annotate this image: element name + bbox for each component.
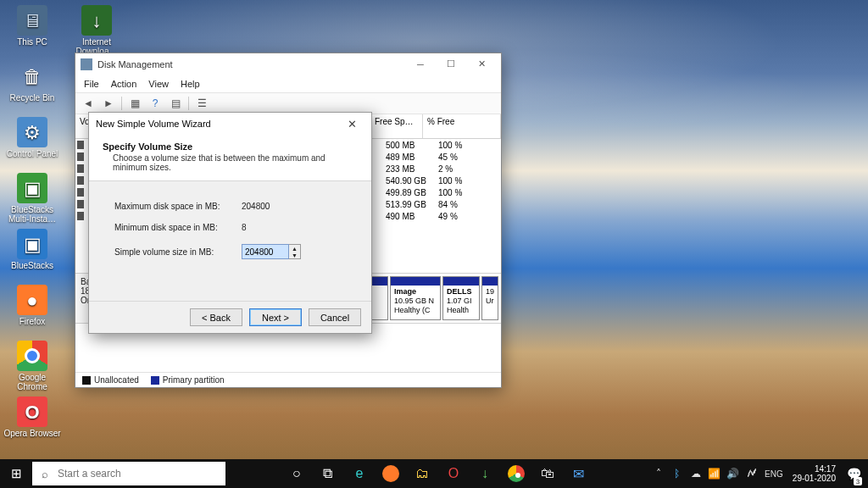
search-icon: ⌕ xyxy=(32,468,58,480)
firefox-taskbar-icon[interactable] xyxy=(376,459,406,488)
desktop-opera[interactable]: OOpera Browser xyxy=(3,396,61,447)
file-explorer-icon[interactable]: 🗂 xyxy=(407,459,437,488)
back-button[interactable]: ◄ xyxy=(79,95,97,112)
bluestacks-icon: ▣ xyxy=(17,173,47,203)
volume-size-label: Simple volume size in MB: xyxy=(114,247,242,257)
opera-taskbar-icon[interactable]: O xyxy=(438,459,469,488)
tray-expand-icon[interactable]: ˄ xyxy=(650,459,667,488)
back-button[interactable]: < Back xyxy=(190,308,242,326)
clock-time: 14:17 xyxy=(815,464,836,474)
cancel-button[interactable]: Cancel xyxy=(309,308,361,326)
firefox-icon: ● xyxy=(17,285,47,315)
desktop-chrome[interactable]: Google Chrome xyxy=(3,341,61,391)
next-button[interactable]: Next > xyxy=(249,308,302,326)
col-percentfree[interactable]: % Free xyxy=(423,114,501,138)
volume-icon[interactable]: 🔊 xyxy=(725,459,742,488)
maximize-button[interactable]: ☐ xyxy=(437,56,465,73)
desktop-bluestacks-multi[interactable]: ▣BlueStacks Multi-Insta… xyxy=(3,173,61,224)
menu-file[interactable]: File xyxy=(79,77,104,91)
download-icon: ↓ xyxy=(81,5,112,36)
store-icon[interactable]: 🛍 xyxy=(532,459,563,488)
max-space-label: Maximum disk space in MB: xyxy=(114,202,242,211)
dialog-body: Maximum disk space in MB: 204800 Minimum… xyxy=(89,181,371,301)
dialog-heading: Specify Volume Size xyxy=(103,141,358,152)
taskbar-center: ○ ⧉ e 🗂 O ↓ 🛍 ✉ xyxy=(229,459,647,488)
bluetooth-icon[interactable]: ᛒ xyxy=(669,459,686,488)
dialog-titlebar[interactable]: New Simple Volume Wizard ✕ xyxy=(89,113,371,135)
search-box[interactable]: ⌕ xyxy=(32,462,225,485)
search-input[interactable] xyxy=(58,468,225,480)
bluestacks-icon: ▣ xyxy=(17,229,47,259)
max-space-value: 204800 xyxy=(242,202,309,211)
desktop-idm[interactable]: ↓Internet Downloa… xyxy=(68,5,125,56)
min-space-label: Minimum disk space in MB: xyxy=(114,223,242,232)
show-hide-button[interactable]: ▦ xyxy=(125,95,144,112)
legend: Unallocated Primary partition xyxy=(75,372,501,387)
menu-view[interactable]: View xyxy=(143,77,174,91)
edge-icon[interactable]: e xyxy=(344,459,375,488)
dialog-header: Specify Volume Size Choose a volume size… xyxy=(89,135,371,181)
dialog-subheading: Choose a volume size that is between the… xyxy=(113,153,358,172)
dialog-buttons: < Back Next > Cancel xyxy=(89,301,371,333)
network-icon[interactable]: 📶 xyxy=(706,459,723,488)
volume-size-input[interactable] xyxy=(242,244,289,259)
onedrive-icon[interactable]: ☁ xyxy=(687,459,704,488)
partition[interactable]: Image10.95 GB NHealthy (C xyxy=(390,276,441,320)
partition[interactable]: DELLS1.07 GIHealth xyxy=(442,276,480,320)
opera-icon: O xyxy=(17,396,47,427)
trash-icon: 🗑 xyxy=(17,61,47,92)
clock-date: 29-01-2020 xyxy=(793,474,836,483)
legend-primary: Primary partition xyxy=(151,375,225,385)
new-simple-volume-wizard: New Simple Volume Wizard ✕ Specify Volum… xyxy=(88,112,372,334)
menu-action[interactable]: Action xyxy=(106,77,142,91)
action-center-icon[interactable]: 💬3 xyxy=(843,459,865,488)
desktop-bluestacks[interactable]: ▣BlueStacks xyxy=(3,229,61,280)
refresh-button[interactable]: ▤ xyxy=(166,95,185,112)
start-button[interactable]: ⊞ xyxy=(0,459,32,488)
dialog-title: New Simple Volume Wizard xyxy=(96,119,339,129)
notification-badge: 3 xyxy=(854,477,862,485)
help-button[interactable]: ? xyxy=(146,95,164,112)
desktop-col-1: 🖥This PC 🗑Recycle Bin ⚙Control Panel ▣Bl… xyxy=(3,5,61,447)
menu-bar: File Action View Help xyxy=(75,75,501,92)
menu-help[interactable]: Help xyxy=(175,77,205,91)
desktop-firefox[interactable]: ●Firefox xyxy=(3,285,61,336)
close-button[interactable]: ✕ xyxy=(467,56,496,73)
language-indicator[interactable]: ENG xyxy=(762,459,786,488)
pc-icon: 🖥 xyxy=(17,5,47,36)
legend-unallocated: Unallocated xyxy=(82,375,139,385)
dialog-close-button[interactable]: ✕ xyxy=(339,115,364,132)
min-space-value: 8 xyxy=(242,223,309,232)
col-freespace[interactable]: Free Sp… xyxy=(370,114,423,138)
cortana-icon[interactable]: ○ xyxy=(281,459,312,488)
battery-icon[interactable]: 🗲 xyxy=(743,459,760,488)
chrome-icon xyxy=(17,341,47,371)
idm-taskbar-icon[interactable]: ↓ xyxy=(470,459,500,488)
desktop-control-panel[interactable]: ⚙Control Panel xyxy=(3,117,61,168)
desktop-recycle-bin[interactable]: 🗑Recycle Bin xyxy=(3,61,61,112)
chrome-taskbar-icon[interactable] xyxy=(501,459,531,488)
volume-size-spinner: ▲ ▼ xyxy=(242,244,301,259)
system-tray: ˄ ᛒ ☁ 📶 🔊 🗲 ENG 14:17 29-01-2020 💬3 xyxy=(647,459,868,488)
disk-icon xyxy=(81,58,92,70)
spin-up-button[interactable]: ▲ xyxy=(289,245,300,252)
taskbar: ⊞ ⌕ ○ ⧉ e 🗂 O ↓ 🛍 ✉ ˄ ᛒ ☁ 📶 🔊 🗲 ENG 14:1… xyxy=(0,459,868,488)
window-title: Disk Management xyxy=(97,59,406,69)
task-view-icon[interactable]: ⧉ xyxy=(313,459,343,488)
clock[interactable]: 14:17 29-01-2020 xyxy=(787,464,841,483)
forward-button[interactable]: ► xyxy=(99,95,118,112)
partition[interactable]: 19Ur xyxy=(481,276,498,320)
desktop-this-pc[interactable]: 🖥This PC xyxy=(3,5,61,56)
mail-icon[interactable]: ✉ xyxy=(564,459,594,488)
spin-down-button[interactable]: ▼ xyxy=(289,252,300,258)
minimize-button[interactable]: ─ xyxy=(406,56,435,73)
window-titlebar[interactable]: Disk Management ─ ☐ ✕ xyxy=(75,53,501,75)
list-button[interactable]: ☰ xyxy=(192,95,211,112)
gear-icon: ⚙ xyxy=(17,117,47,147)
